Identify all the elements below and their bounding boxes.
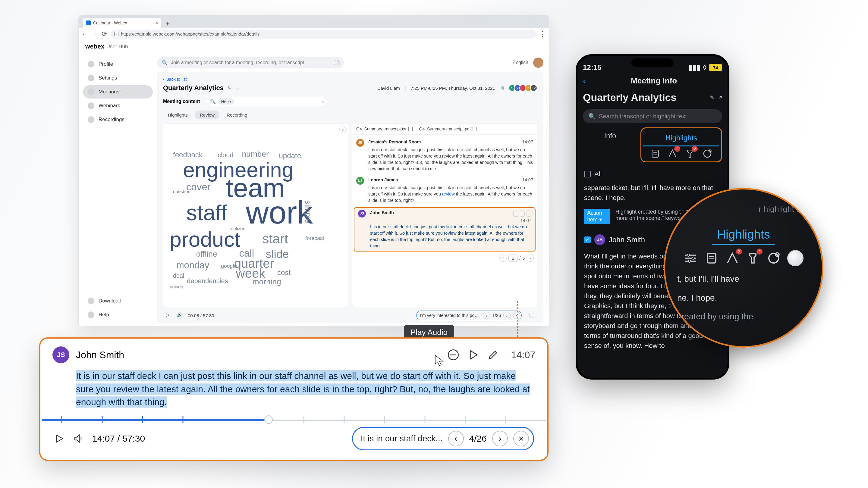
profile-icon xyxy=(88,61,94,67)
clear-icon[interactable]: × xyxy=(321,99,324,104)
browser-tab[interactable]: Calendar - Webex × xyxy=(83,18,161,28)
tab-recording[interactable]: Recording xyxy=(222,110,252,119)
entry-checkbox[interactable] xyxy=(584,236,591,243)
slider-knob[interactable] xyxy=(264,415,273,424)
sidebar-item-meetings[interactable]: Meetings xyxy=(83,85,153,98)
speaker-name: John Smith xyxy=(609,235,645,244)
find-close-icon[interactable]: × xyxy=(513,312,520,319)
find-next-icon[interactable]: › xyxy=(492,431,508,447)
attendee-avatars[interactable]: SVIh+2 xyxy=(510,84,537,92)
volume-icon[interactable] xyxy=(73,433,84,444)
new-tab-button[interactable]: ＋ xyxy=(163,19,172,28)
transcript-entry[interactable]: LJ Lebron James 14:07 It is in our staff… xyxy=(352,174,537,206)
url-input[interactable]: https://example.webex.com/webappng/sites… xyxy=(111,30,536,38)
svg-text:deal: deal xyxy=(173,272,184,279)
copy-icon[interactable]: ⧉ xyxy=(500,85,505,91)
find-close-icon[interactable]: × xyxy=(513,431,529,447)
content-search-input[interactable]: 🔍 Hello × xyxy=(207,97,327,106)
global-search-input[interactable]: 🔍 Join a meeting or search for a meeting… xyxy=(157,57,344,68)
sidebar-item-download[interactable]: Download xyxy=(83,294,153,307)
find-in-transcript[interactable]: It is in our staff deck... ‹ 4/26 › × xyxy=(352,427,534,450)
play-icon[interactable]: ▷ xyxy=(166,312,173,319)
action-item-icon[interactable]: 2 xyxy=(746,251,760,265)
player-settings-icon[interactable] xyxy=(529,313,534,318)
pager-prev-icon[interactable]: ‹ xyxy=(499,255,507,262)
wordcloud-next-icon[interactable]: › xyxy=(339,126,347,133)
pager-next-icon[interactable]: › xyxy=(527,255,534,262)
sidebar: Profile Settings Meetings Webinars Recor… xyxy=(79,53,157,326)
share-icon[interactable]: ⇗ xyxy=(235,85,241,91)
tab-highlights[interactable]: Highlights xyxy=(677,228,810,241)
meeting-title: Quarterly Analytics xyxy=(163,84,224,92)
search-input[interactable]: 🔍 Search transcript or highlight text xyxy=(583,109,722,123)
parking-lot-icon[interactable]: 2 xyxy=(725,251,740,265)
avatar: JS xyxy=(53,347,69,363)
speaker-name: John Smith xyxy=(76,350,124,361)
download-icon xyxy=(472,127,477,131)
sidebar-item-profile[interactable]: Profile xyxy=(83,58,153,71)
tab-highlights[interactable]: Highlights xyxy=(163,110,193,119)
transcript-entry[interactable]: JR Jessica's Personal Room 14:07 It is i… xyxy=(352,136,537,174)
screen-title: Meeting Info xyxy=(586,76,722,86)
playback-slider[interactable] xyxy=(41,415,546,424)
edit-icon[interactable] xyxy=(487,349,499,361)
back-icon[interactable]: ‹ xyxy=(583,76,586,86)
battery-badge: 74 xyxy=(709,64,722,71)
info-icon[interactable] xyxy=(334,60,339,65)
forward-icon[interactable]: → xyxy=(91,31,98,37)
search-icon: 🔍 xyxy=(210,99,216,104)
content-tabs: Highlights Review Recording xyxy=(163,110,537,119)
pager-page[interactable]: 1 xyxy=(508,255,518,262)
find-prev-icon[interactable]: ‹ xyxy=(483,312,490,319)
filter-icon[interactable] xyxy=(684,251,698,265)
user-avatar[interactable] xyxy=(533,58,544,68)
edit-icon[interactable]: ✎ xyxy=(227,85,232,91)
play-icon[interactable] xyxy=(520,210,525,217)
app-header: webex User Hub xyxy=(79,40,549,53)
share-icon[interactable]: ⇗ xyxy=(718,95,722,100)
language-selector[interactable]: English xyxy=(513,60,528,65)
play-icon[interactable] xyxy=(54,433,64,444)
tab-highlights[interactable]: Highlights xyxy=(643,130,719,147)
sidebar-item-help[interactable]: Help xyxy=(83,308,153,321)
remove-highlight-icon[interactable] xyxy=(513,210,518,217)
parking-lot-icon[interactable]: 2 xyxy=(667,148,678,159)
sidebar-item-recordings[interactable]: Recordings xyxy=(83,113,153,126)
transcript-entry-highlighted[interactable]: JS John Smith 14:07 It is in our staff d… xyxy=(354,207,535,252)
find-in-transcript[interactable]: I'm very interested to this po… ‹ 1/26 ›… xyxy=(416,311,522,320)
toggle-knob[interactable] xyxy=(787,250,804,266)
play-icon[interactable] xyxy=(467,349,479,361)
reload-icon[interactable]: ⟳ xyxy=(101,31,107,37)
cursor-icon xyxy=(435,355,445,367)
tab-info[interactable]: Info xyxy=(583,127,638,162)
action-item-icon[interactable]: 2 xyxy=(684,148,695,159)
search-icon: 🔍 xyxy=(588,113,596,120)
record-icon[interactable] xyxy=(702,148,713,159)
download-pdf-link[interactable]: Q4_Summary transcript.pdf xyxy=(419,127,477,131)
transcript-body: It is in our staff deck I can just post … xyxy=(368,147,533,172)
close-icon[interactable]: × xyxy=(156,20,158,26)
action-item-tag[interactable]: Action Item ▾ xyxy=(584,209,610,224)
browser-menu-icon[interactable]: ⋮ xyxy=(539,31,546,37)
remove-highlight-icon[interactable] xyxy=(447,349,459,361)
svg-text:product: product xyxy=(170,227,240,251)
sidebar-item-webinars[interactable]: Webinars xyxy=(83,99,153,112)
sidebar-item-settings[interactable]: Settings xyxy=(83,71,153,85)
record-icon[interactable] xyxy=(767,251,781,265)
download-txt-link[interactable]: Q4_Summary transcript.txt xyxy=(356,127,412,131)
back-icon[interactable]: ← xyxy=(82,31,88,37)
select-all-checkbox[interactable] xyxy=(584,171,591,177)
edit-icon[interactable]: ✎ xyxy=(710,95,714,100)
notes-icon[interactable] xyxy=(704,251,719,265)
find-prev-icon[interactable]: ‹ xyxy=(448,431,464,447)
search-chip[interactable]: Hello xyxy=(218,98,234,104)
notes-icon[interactable] xyxy=(650,148,661,159)
edit-icon[interactable] xyxy=(527,210,531,217)
find-next-icon[interactable]: › xyxy=(503,312,510,319)
webex-app: webex User Hub Profile Settings Meetings… xyxy=(79,40,549,326)
transcript-list[interactable]: JR Jessica's Personal Room 14:07 It is i… xyxy=(352,135,537,307)
volume-icon[interactable]: 🔊 xyxy=(177,312,184,319)
back-to-list-link[interactable]: ‹ Back to list xyxy=(163,77,537,82)
search-icon: 🔍 xyxy=(162,60,168,66)
tab-review[interactable]: Review xyxy=(195,110,219,119)
